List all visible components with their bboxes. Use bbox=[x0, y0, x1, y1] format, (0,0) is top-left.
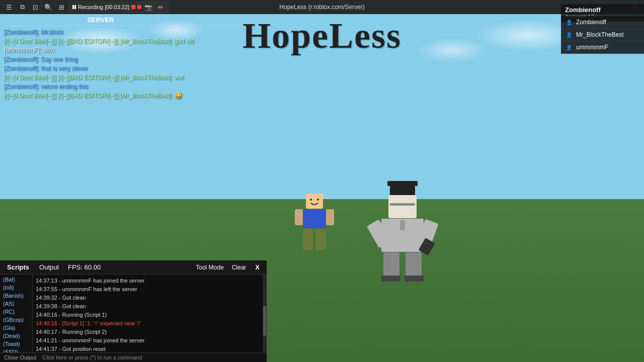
title-bar-title: HopeLess (r.roblox.com/Server) bbox=[279, 4, 364, 11]
player-icon: 👤 bbox=[565, 43, 573, 51]
svg-point-1 bbox=[310, 199, 312, 201]
script-item[interactable]: (Toast) bbox=[0, 340, 32, 348]
chat-line: [Zombienoff]: Mr.block bbox=[4, 28, 266, 37]
player-item[interactable]: 👤ummmmmF bbox=[561, 41, 644, 54]
shrink-icon[interactable]: ⊡ bbox=[30, 2, 40, 12]
log-entry: 14:40:16 - [Script 1] :1: '=' expected n… bbox=[36, 319, 260, 328]
script-item[interactable]: (RC) bbox=[0, 308, 32, 316]
title-bar: ☰ ⧉ ⊡ 🔍 ⊞ Recording [00:03:22] 📷 ✏ HopeL… bbox=[0, 0, 644, 14]
log-entry: 14:37:55 - ummmmmF has left the server bbox=[36, 285, 260, 294]
svg-rect-10 bbox=[388, 195, 417, 218]
search-icon[interactable]: 🔍 bbox=[43, 2, 53, 12]
svg-rect-4 bbox=[295, 209, 303, 225]
player-item[interactable]: 👤Zombienoff bbox=[561, 16, 644, 29]
player-name: ummmmmF bbox=[576, 44, 608, 51]
chat-line: [/[~]\I Dont Bite/[~]]] [/[~]]BAD EDITOR… bbox=[4, 37, 266, 46]
title-text: HopeLess (r.roblox.com/Server) bbox=[279, 4, 364, 11]
log-entry: 14:40:17 - Running (Script 2) bbox=[36, 328, 260, 336]
character-large-svg bbox=[362, 181, 443, 282]
log-entry: 14:40:16 - Running (Script 1) bbox=[36, 311, 260, 319]
scripts-tab[interactable]: Scripts bbox=[4, 262, 32, 272]
character-small bbox=[292, 191, 337, 261]
chat-line: [/[~]\I Dont Bite/[~]]] [/[~]]BAD EDITOR… bbox=[4, 91, 266, 100]
record-icon[interactable] bbox=[137, 5, 141, 9]
player-name: Mr_BlockTheBest bbox=[576, 31, 624, 38]
edit-icon[interactable]: ✏ bbox=[155, 2, 166, 12]
chat-lines: [Zombienoff]: Mr.block[/[~]\I Dont Bite/… bbox=[4, 28, 266, 100]
chat-line: [Zombienoff]: Say one thing bbox=[4, 55, 266, 64]
player-name: Zombienoff bbox=[576, 19, 606, 26]
screen-icon[interactable]: ⊞ bbox=[56, 2, 66, 12]
svg-point-2 bbox=[317, 199, 319, 201]
script-item[interactable]: (Baf) bbox=[0, 276, 32, 284]
character-small-svg bbox=[292, 191, 337, 261]
player-icon: 👤 bbox=[565, 18, 573, 26]
svg-rect-0 bbox=[306, 194, 323, 209]
svg-rect-11 bbox=[390, 203, 415, 206]
scrollbar-thumb[interactable] bbox=[263, 306, 266, 336]
account-name: Zombienoff bbox=[565, 6, 640, 14]
recording-badge: Recording [00:03:22] 📷 ✏ bbox=[68, 1, 170, 13]
clear-button[interactable]: Clear bbox=[230, 263, 249, 272]
chat-divider bbox=[4, 25, 266, 26]
svg-rect-9 bbox=[390, 186, 415, 196]
bottom-panel: Scripts Output FPS: 60.00 Tool Mode Clea… bbox=[0, 260, 267, 362]
pause-icon bbox=[72, 5, 76, 9]
svg-rect-13 bbox=[400, 220, 405, 230]
server-label: SERVER bbox=[50, 16, 151, 24]
svg-rect-8 bbox=[387, 181, 418, 186]
title-bar-icons: ☰ ⧉ ⊡ 🔍 ⊞ bbox=[4, 2, 66, 12]
log-entry: 14:41:37 - Got position reset bbox=[36, 345, 260, 352]
stop-icon[interactable] bbox=[131, 5, 135, 9]
output-scrollbar[interactable] bbox=[263, 275, 267, 352]
log-entry: 14:41:21 - ummmmmF has joined the server bbox=[36, 336, 260, 345]
player-icon: 👤 bbox=[565, 31, 573, 39]
player-list: 👤Zombienoff👤Mr_BlockTheBest👤ummmmmF bbox=[561, 16, 644, 54]
script-item[interactable]: (Infi) bbox=[0, 284, 32, 292]
script-item[interactable]: (GBcop) bbox=[0, 316, 32, 324]
fps-label: FPS: 60.00 bbox=[68, 263, 101, 271]
script-item[interactable]: (SSD) bbox=[0, 348, 32, 352]
svg-rect-17 bbox=[383, 252, 399, 279]
script-item[interactable]: (Dead) bbox=[0, 332, 32, 340]
character-large bbox=[362, 181, 443, 282]
close-panel-button[interactable]: X bbox=[252, 262, 263, 272]
log-entry: 14:39:38 - Got clean bbox=[36, 302, 260, 311]
new-window-icon[interactable]: ⧉ bbox=[17, 2, 27, 12]
chat-line: [/[~]\I Dont Bite/[~]]] [/[~]]BAD EDITOR… bbox=[4, 73, 266, 82]
status-bar: Close Output Click here or press (*) to … bbox=[0, 352, 267, 362]
tool-mode-button[interactable]: Tool Mode bbox=[194, 263, 225, 272]
close-output-button[interactable]: Close Output bbox=[4, 354, 36, 360]
panel-content: (Baf)(Infi)(Banish)(AS)(RC)(GBcop)(Gla)(… bbox=[0, 275, 267, 352]
output-tab[interactable]: Output bbox=[36, 262, 62, 272]
svg-rect-20 bbox=[405, 276, 424, 282]
scripts-list[interactable]: (Baf)(Infi)(Banish)(AS)(RC)(GBcop)(Gla)(… bbox=[0, 275, 33, 352]
svg-rect-5 bbox=[326, 209, 334, 225]
svg-rect-18 bbox=[406, 252, 422, 279]
svg-rect-6 bbox=[303, 229, 313, 250]
menu-icon[interactable]: ☰ bbox=[4, 2, 14, 12]
svg-rect-7 bbox=[316, 229, 326, 250]
output-log[interactable]: 14:37:13 - ummmmmF has joined the server… bbox=[33, 275, 263, 352]
script-item[interactable]: (Gla) bbox=[0, 324, 32, 332]
log-entry: 14:37:13 - ummmmmF has joined the server bbox=[36, 277, 260, 285]
svg-rect-19 bbox=[381, 276, 400, 282]
chat-line: [ummmmmF]: sit/n bbox=[4, 46, 266, 55]
game-title: HopeLess bbox=[243, 15, 401, 57]
chat-line: [Zombienoff]: velore ending this bbox=[4, 82, 266, 91]
command-hint[interactable]: Click here or press (*) to run a command bbox=[42, 354, 142, 360]
chat-area: [Zombienoff]: Mr.block[/[~]\I Dont Bite/… bbox=[4, 25, 266, 100]
svg-rect-3 bbox=[303, 209, 326, 228]
recording-label: Recording [00:03:22] bbox=[78, 4, 129, 10]
camera-icon[interactable]: 📷 bbox=[143, 2, 153, 12]
panel-toolbar: Scripts Output FPS: 60.00 Tool Mode Clea… bbox=[0, 260, 267, 275]
script-item[interactable]: (AS) bbox=[0, 300, 32, 308]
chat-line: [Zombienoff]: that is very clever bbox=[4, 64, 266, 73]
log-entry: 14:39:32 - Got clean bbox=[36, 294, 260, 302]
player-item[interactable]: 👤Mr_BlockTheBest bbox=[561, 29, 644, 41]
script-item[interactable]: (Banish) bbox=[0, 292, 32, 300]
